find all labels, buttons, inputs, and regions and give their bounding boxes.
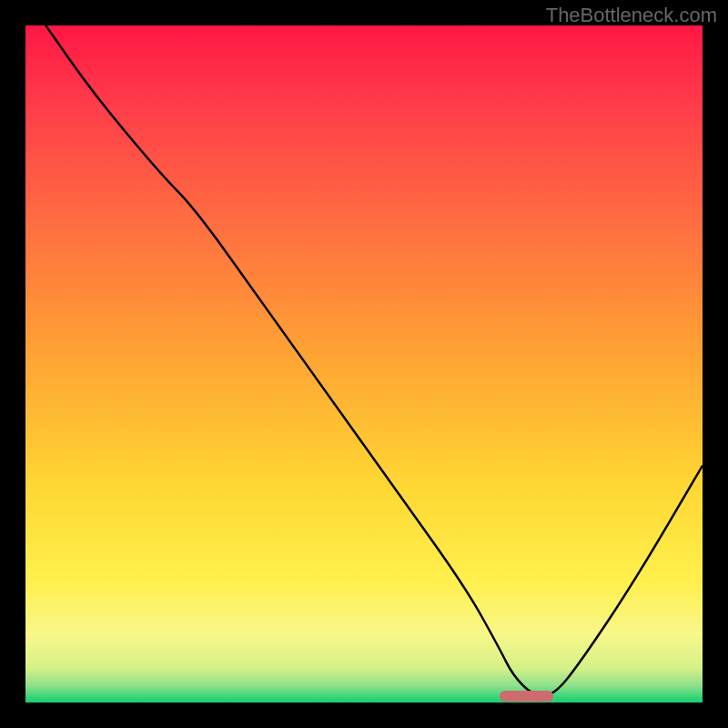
chart-curve (25, 25, 703, 703)
watermark-text: TheBottleneck.com (546, 4, 717, 27)
optimal-marker (500, 691, 554, 702)
chart-plot-area (25, 25, 703, 703)
